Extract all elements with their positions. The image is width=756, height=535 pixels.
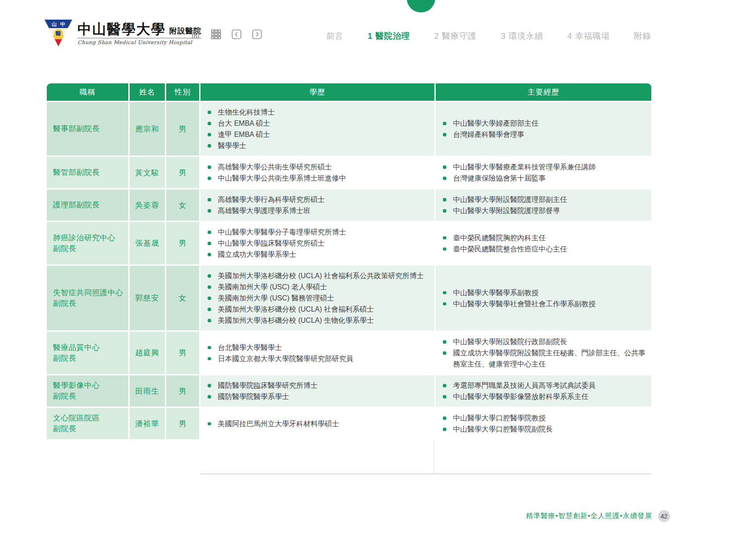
name-cell: 黃文駿 [130,157,165,188]
bullet-icon [208,165,211,169]
gender-cell: 男 [166,332,199,374]
list-item: 國防醫學院醫學系學士 [206,391,430,402]
nav-item-5[interactable]: 4 幸福職場 [568,30,610,41]
bullet-icon [443,122,446,125]
bullet-icon [208,384,211,387]
bullet-icon [443,416,446,420]
experience-cell: 考選部專門職業及技術人員高等考試典試委員中山醫學大學醫學影像暨放射科學系系主任 [436,375,651,407]
nav-item-3[interactable]: 2 醫療守護 [434,30,477,41]
list-item: 中山醫學大學口腔醫學院教授 [441,412,647,424]
education-cell: 中山醫學大學醫學分子毒理學研究所博士中山醫學大學臨床醫學研究所碩士國立成功大學醫… [200,222,434,264]
bullet-icon [208,346,211,350]
nav-item-6[interactable]: 附錄 [634,30,651,41]
bullet-icon [443,198,446,202]
experience-cell: 中山醫學大學附設醫院護理部副主任中山醫學大學附設醫院護理部督導 [436,189,651,221]
top-tab-circle [407,0,435,12]
gender-cell: 男 [166,408,199,439]
table-row: 文心院區院區 副院長潘裕華男美國阿拉巴馬州立大學牙科材料學碩士中山醫學大學口腔醫… [47,408,651,439]
bullet-icon [443,177,446,180]
name-cell: 吳姿蓉 [130,189,165,221]
experience-cell: 中山醫學大學口腔醫學院教授中山醫學大學口腔醫學院副院長 [436,408,651,439]
nav-item-2[interactable]: 1 醫院治理 [368,30,410,41]
logo-texts: 中山醫學大學 附設醫院 Chung Shan Medical Universit… [78,20,201,45]
experience-cell: 中山醫學大學醫療產業科技管理學系兼任講師台灣健康保險協會第十屆監事 [436,157,651,188]
list-item: 中山醫學大學婦產部部主任 [441,118,647,129]
gender-cell: 男 [166,222,199,264]
hospital-name-en: Chung Shan Medical University Hospital [78,38,201,45]
table-row: 失智症共同照護中心 副院長郭慈安女美國加州大學洛杉磯分校 (UCLA) 社會福利… [47,266,651,330]
title-cell: 護理部副院長 [47,189,128,221]
bullet-icon [208,209,211,213]
list-item: 台大 EMBA 碩士 [206,118,430,129]
list-item: 高雄醫學大學公共衛生學研究所碩士 [206,161,430,173]
toolbar [189,28,264,41]
list-item: 高雄醫學大學行為科學研究所碩士 [206,194,430,205]
table-row: 醫療品質中心 副院長趙庭興男台北醫學大學醫學士日本國立京都大學大學院醫學研究部研… [47,332,651,374]
bullet-icon [208,285,211,289]
hospital-name-zh: 中山醫學大學 [78,21,166,37]
list-item: 台灣婦產科醫學會理事 [441,129,647,140]
list-item: 中山醫學大學醫學影像暨放射科學系系主任 [441,391,647,402]
list-item: 中山醫學大學附設醫院護理部副主任 [441,194,647,205]
nav-item-1[interactable]: 前言 [326,30,343,41]
table-row: 護理部副院長吳姿蓉女高雄醫學大學行為科學研究所碩士高雄醫學大學護理學系博士班中山… [47,189,651,221]
list-item: 美國南加州大學 (USC) 老人學碩士 [206,281,430,292]
list-item: 中山醫學大學附設醫院護理部督導 [441,205,647,216]
list-item: 美國加州大學洛杉磯分校 (UCLA) 社會福利系碩士 [206,304,430,315]
title-cell: 醫管部副院長 [47,157,128,188]
bullet-icon [208,242,211,245]
bullet-icon [443,133,446,136]
bullet-icon [208,177,211,180]
list-item: 台北醫學大學醫學士 [206,342,430,353]
list-item: 中山醫學大學臨床醫學研究所碩士 [206,238,430,249]
column-header: 性別 [166,83,199,101]
education-cell: 生物生化科技博士台大 EMBA 碩士逢甲 EMBA 碩士醫學學士 [200,102,434,156]
title-cell: 肺癌診治研究中心 副院長 [47,222,128,264]
bullet-icon [443,165,446,169]
experience-cell: 中山醫學大學醫學系副教授中山醫學大學醫學社會暨社會工作學系副教授 [436,266,651,330]
grid-icon[interactable] [209,28,223,41]
bullet-icon [443,302,446,306]
list-item: 臺中榮民總醫院整合性癌症中心主任 [441,243,647,255]
list-item: 美國南加州大學 (USC) 醫務管理碩士 [206,292,430,304]
bullet-icon [443,291,446,295]
bullet-icon [443,351,446,355]
list-item: 中山醫學大學醫學社會暨社會工作學系副教授 [441,298,647,309]
bullet-icon [208,122,211,125]
bullet-icon [208,296,211,300]
list-item: 逢甲 EMBA 碩士 [206,129,430,140]
next-page-icon[interactable] [250,28,264,41]
list-item: 臺中榮民總醫院胸腔內科主任 [441,232,647,243]
bullet-icon [208,395,211,399]
bullet-icon [208,422,211,426]
bullet-icon [443,395,446,399]
footer-slogan: 精準醫療•智慧創新•全人照護•永續發展 [526,511,652,521]
list-item: 高雄醫學大學護理學系博士班 [206,205,430,216]
name-cell: 應宗和 [130,102,165,156]
nav-item-4[interactable]: 3 環境永續 [501,30,543,41]
list-item: 國立成功大學醫學系學士 [206,249,430,260]
list-item: 美國阿拉巴馬州立大學牙科材料學碩士 [206,418,430,429]
name-cell: 田雨生 [130,375,165,407]
prev-page-icon[interactable] [230,28,243,41]
gender-cell: 女 [166,266,199,330]
list-item: 中山醫學大學醫學分子毒理學研究所博士 [206,226,430,238]
title-cell: 醫療品質中心 副院長 [47,332,128,374]
bullet-icon [443,384,446,387]
name-cell: 趙庭興 [130,332,165,374]
bullet-icon [443,428,446,431]
name-cell: 潘裕華 [130,408,165,439]
home-icon[interactable] [189,28,202,41]
list-item: 醫學學士 [206,140,430,151]
education-cell: 美國阿拉巴馬州立大學牙科材料學碩士 [200,408,434,439]
title-cell: 文心院區院區 副院長 [47,408,128,439]
bullet-icon [208,357,211,361]
list-item: 考選部專門職業及技術人員高等考試典試委員 [441,380,647,391]
page-footer: 精準醫療•智慧創新•全人照護•永續發展 42 [526,510,670,522]
column-header: 職稱 [47,83,128,101]
table-extension [200,440,651,474]
education-cell: 高雄醫學大學行為科學研究所碩士高雄醫學大學護理學系博士班 [200,189,434,221]
list-item: 中山醫學大學附設醫院行政部副院長 [441,336,647,347]
education-cell: 國防醫學院臨床醫學研究所博士國防醫學院醫學系學士 [200,375,434,407]
table-row: 肺癌診治研究中心 副院長張基晟男中山醫學大學醫學分子毒理學研究所博士中山醫學大學… [47,222,651,264]
